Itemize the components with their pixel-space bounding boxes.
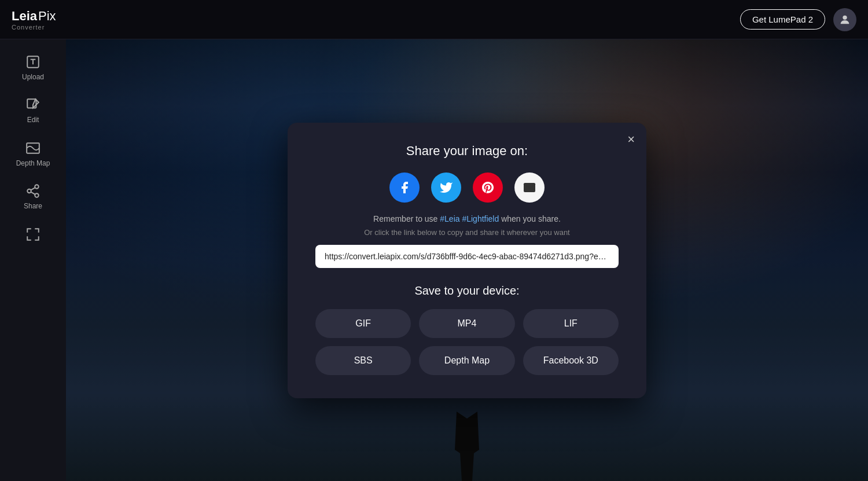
sidebar-item-fullscreen[interactable] [0, 219, 66, 250]
header: Leia Pix Converter Get LumePad 2 [0, 0, 868, 39]
svg-line-10 [31, 188, 35, 190]
modal-backdrop: × Share your image on: [66, 39, 868, 481]
logo-sub: Converter [12, 24, 56, 31]
twitter-share-button[interactable] [431, 172, 461, 203]
modal-close-button[interactable]: × [627, 133, 635, 146]
edit-icon [25, 97, 41, 112]
sidebar-item-upload[interactable]: Upload [0, 46, 66, 89]
svg-point-6 [35, 185, 39, 189]
sidebar-item-edit[interactable]: Edit [0, 89, 66, 132]
sidebar-item-depth-map[interactable]: Depth Map [0, 133, 66, 175]
logo-leia: Leia [12, 9, 37, 24]
social-icons-row [315, 172, 619, 203]
share-label: Share [24, 202, 42, 210]
remember-text: Remember to use #Leia #Lightfield when y… [315, 214, 619, 223]
depth-map-label: Depth Map [16, 159, 50, 167]
depth-map-icon [25, 141, 41, 156]
svg-point-8 [35, 194, 39, 198]
remember-suffix: when you share. [499, 214, 561, 223]
hashtag-leia: #Leia [440, 214, 459, 223]
email-icon [523, 181, 536, 194]
share-modal: × Share your image on: [288, 123, 646, 398]
download-depth-map-button[interactable]: Depth Map [419, 346, 514, 375]
twitter-icon [439, 181, 453, 194]
header-right: Get LumePad 2 [740, 8, 856, 31]
upload-icon [25, 54, 41, 69]
edit-label: Edit [27, 116, 39, 124]
or-copy-text: Or click the link below to copy and shar… [315, 228, 619, 237]
svg-line-9 [31, 192, 35, 194]
download-mp4-button[interactable]: MP4 [419, 309, 514, 338]
facebook-share-button[interactable] [389, 172, 420, 203]
email-share-button[interactable] [514, 172, 545, 203]
modal-title: Share your image on: [315, 144, 619, 159]
upload-label: Upload [22, 73, 44, 81]
logo: Leia Pix Converter [12, 9, 56, 31]
remember-prefix: Remember to use [373, 214, 440, 223]
svg-point-7 [27, 189, 31, 193]
fullscreen-icon [25, 227, 41, 242]
download-sbs-button[interactable]: SBS [315, 346, 411, 375]
get-lumepad-button[interactable]: Get LumePad 2 [740, 9, 825, 30]
sidebar: Upload Edit Depth Map Share [0, 0, 66, 481]
download-lif-button[interactable]: LIF [523, 309, 619, 338]
share-link-input[interactable] [315, 245, 619, 268]
logo-pix: Pix [38, 9, 56, 24]
svg-point-0 [843, 15, 847, 19]
download-facebook-3d-button[interactable]: Facebook 3D [523, 346, 619, 375]
download-buttons-grid: GIF MP4 LIF SBS Depth Map Facebook 3D [315, 309, 619, 375]
facebook-icon [398, 181, 411, 194]
sidebar-item-share[interactable]: Share [0, 175, 66, 218]
save-title: Save to your device: [315, 284, 619, 298]
download-gif-button[interactable]: GIF [315, 309, 411, 338]
avatar-button[interactable] [833, 8, 856, 31]
share-icon [25, 183, 41, 199]
pinterest-share-button[interactable] [473, 172, 503, 203]
main-content: × Share your image on: [66, 39, 868, 481]
hashtag-lightfield: #Lightfield [462, 214, 499, 223]
user-icon [838, 13, 851, 26]
pinterest-icon [481, 181, 495, 194]
